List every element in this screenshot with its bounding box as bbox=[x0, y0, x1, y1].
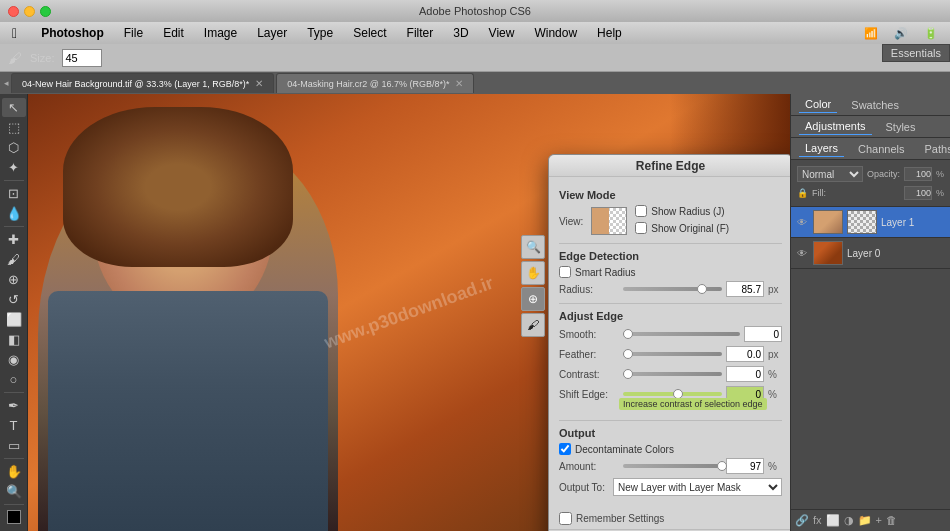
hand-tool[interactable]: ✋ bbox=[2, 462, 26, 481]
blend-mode-row: Normal Opacity: % bbox=[797, 164, 944, 184]
opacity-input[interactable] bbox=[904, 167, 932, 181]
size-input[interactable] bbox=[62, 49, 102, 67]
text-tool[interactable]: T bbox=[2, 416, 26, 435]
feather-slider[interactable] bbox=[623, 352, 722, 356]
smart-radius-checkbox[interactable] bbox=[559, 266, 571, 278]
decontaminate-checkbox[interactable] bbox=[559, 443, 571, 455]
close-button[interactable] bbox=[8, 6, 19, 17]
fx-icon[interactable]: fx bbox=[813, 514, 822, 527]
layer-0-item[interactable]: 👁 Layer 0 bbox=[791, 238, 950, 269]
view-thumbnail[interactable] bbox=[591, 207, 627, 235]
show-radius-checkbox[interactable] bbox=[635, 205, 647, 217]
contrast-input[interactable] bbox=[726, 366, 764, 382]
radius-slider[interactable] bbox=[623, 287, 722, 291]
window-menu[interactable]: Window bbox=[530, 24, 581, 42]
link-icon[interactable]: 🔗 bbox=[795, 514, 809, 527]
blend-mode-select[interactable]: Normal bbox=[797, 166, 863, 182]
minimize-button[interactable] bbox=[24, 6, 35, 17]
zoom-tool[interactable]: 🔍 bbox=[2, 482, 26, 501]
view-checkboxes: Show Radius (J) Show Original (F) bbox=[635, 205, 729, 237]
hand-dialog-tool[interactable]: ✋ bbox=[521, 261, 545, 285]
layer-1-visibility[interactable]: 👁 bbox=[795, 215, 809, 229]
dodge-tool[interactable]: ○ bbox=[2, 370, 26, 389]
smooth-slider[interactable] bbox=[623, 332, 740, 336]
color-tab[interactable]: Color bbox=[799, 96, 837, 113]
gradient-tool[interactable]: ◧ bbox=[2, 330, 26, 349]
blur-tool[interactable]: ◉ bbox=[2, 350, 26, 369]
feather-input[interactable] bbox=[726, 346, 764, 362]
channels-tab[interactable]: Channels bbox=[852, 141, 910, 157]
feather-thumb[interactable] bbox=[623, 349, 633, 359]
fill-percent: % bbox=[936, 188, 944, 198]
history-tool[interactable]: ↺ bbox=[2, 290, 26, 309]
refine-brush-tool[interactable]: ⊕ bbox=[521, 287, 545, 311]
toolbar: ↖ ⬚ ⬡ ✦ ⊡ 💧 ✚ 🖌 ⊕ ↺ ⬜ ◧ ◉ ○ ✒ T ▭ ✋ 🔍 bbox=[0, 94, 28, 531]
essentials-button[interactable]: Essentials bbox=[882, 44, 950, 62]
tab-close-2[interactable]: ✕ bbox=[455, 78, 463, 89]
crop-tool[interactable]: ⊡ bbox=[2, 184, 26, 203]
eyedropper-tool[interactable]: 💧 bbox=[2, 204, 26, 223]
radius-thumb[interactable] bbox=[697, 284, 707, 294]
layer-1-item[interactable]: 👁 Layer 1 bbox=[791, 207, 950, 238]
contrast-thumb[interactable] bbox=[623, 369, 633, 379]
feather-unit: px bbox=[768, 349, 782, 360]
layer-menu[interactable]: Layer bbox=[253, 24, 291, 42]
output-to-select[interactable]: New Layer with Layer Mask bbox=[613, 478, 782, 496]
magic-wand-tool[interactable]: ✦ bbox=[2, 158, 26, 177]
pen-tool[interactable]: ✒ bbox=[2, 396, 26, 415]
select-menu[interactable]: Select bbox=[349, 24, 390, 42]
adj-icon[interactable]: ◑ bbox=[844, 514, 854, 527]
swatches-tab[interactable]: Swatches bbox=[845, 97, 905, 113]
smooth-input[interactable] bbox=[744, 326, 782, 342]
dialog-title: Refine Edge bbox=[549, 155, 790, 177]
smart-radius-row: Smart Radius bbox=[559, 266, 782, 278]
image-menu[interactable]: Image bbox=[200, 24, 241, 42]
adjustments-tab[interactable]: Adjustments bbox=[799, 118, 872, 135]
folder-icon[interactable]: 📁 bbox=[858, 514, 872, 527]
amount-thumb[interactable] bbox=[717, 461, 727, 471]
canvas-area[interactable]: www.p30download.ir Refine Edge 🔍 ✋ ⊕ 🖌 V… bbox=[28, 94, 790, 531]
type-menu[interactable]: Type bbox=[303, 24, 337, 42]
app-menu[interactable]: Photoshop bbox=[37, 24, 108, 42]
eraser-tool[interactable]: ⬜ bbox=[2, 310, 26, 329]
apple-logo[interactable]:  bbox=[8, 23, 21, 43]
stamp-tool[interactable]: ⊕ bbox=[2, 270, 26, 289]
edit-menu[interactable]: Edit bbox=[159, 24, 188, 42]
3d-menu[interactable]: 3D bbox=[449, 24, 472, 42]
layer-1-mask-thumb bbox=[847, 210, 877, 234]
show-original-checkbox[interactable] bbox=[635, 222, 647, 234]
heal-tool[interactable]: ✚ bbox=[2, 230, 26, 249]
mask-icon[interactable]: ⬜ bbox=[826, 514, 840, 527]
output-to-label: Output To: bbox=[559, 482, 609, 493]
zoom-dialog-tool[interactable]: 🔍 bbox=[521, 235, 545, 259]
brush-tool[interactable]: 🖌 bbox=[2, 250, 26, 269]
radius-input[interactable] bbox=[726, 281, 764, 297]
view-menu[interactable]: View bbox=[485, 24, 519, 42]
amount-slider[interactable] bbox=[623, 464, 722, 468]
new-layer-icon[interactable]: + bbox=[876, 514, 882, 527]
shift-edge-slider[interactable] bbox=[623, 392, 722, 396]
amount-input[interactable] bbox=[726, 458, 764, 474]
contrast-slider[interactable] bbox=[623, 372, 722, 376]
tab-background[interactable]: 04-New Hair Background.tif @ 33.3% (Laye… bbox=[11, 73, 274, 93]
shape-tool[interactable]: ▭ bbox=[2, 436, 26, 455]
fill-input[interactable] bbox=[904, 186, 932, 200]
paths-tab[interactable]: Paths bbox=[919, 141, 950, 157]
remember-checkbox[interactable] bbox=[559, 512, 572, 525]
smooth-thumb[interactable] bbox=[623, 329, 633, 339]
tab-masking[interactable]: 04-Masking Hair.cr2 @ 16.7% (RGB/8*)* ✕ bbox=[276, 73, 474, 93]
foreground-color[interactable] bbox=[2, 508, 26, 527]
filter-menu[interactable]: Filter bbox=[403, 24, 438, 42]
layer-0-visibility[interactable]: 👁 bbox=[795, 246, 809, 260]
file-menu[interactable]: File bbox=[120, 24, 147, 42]
maximize-button[interactable] bbox=[40, 6, 51, 17]
move-tool[interactable]: ↖ bbox=[2, 98, 26, 117]
tab-close-1[interactable]: ✕ bbox=[255, 78, 263, 89]
brush-dialog-tool[interactable]: 🖌 bbox=[521, 313, 545, 337]
help-menu[interactable]: Help bbox=[593, 24, 626, 42]
layers-tab[interactable]: Layers bbox=[799, 140, 844, 157]
styles-tab[interactable]: Styles bbox=[880, 119, 922, 135]
marquee-tool[interactable]: ⬚ bbox=[2, 118, 26, 137]
trash-icon[interactable]: 🗑 bbox=[886, 514, 897, 527]
lasso-tool[interactable]: ⬡ bbox=[2, 138, 26, 157]
